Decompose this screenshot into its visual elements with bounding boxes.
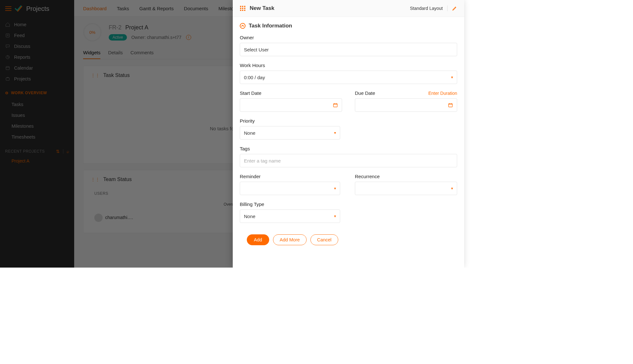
tags-text-field[interactable]: [244, 158, 453, 163]
priority-label: Priority: [240, 118, 457, 124]
tags-label: Tags: [240, 146, 457, 151]
new-task-panel: ▪▪▪▪▪▪▪▪▪ New Task Standard Layout Task …: [233, 0, 464, 268]
panel-footer: Add Add More Cancel: [240, 229, 457, 252]
reminder-select[interactable]: ▾: [240, 182, 340, 195]
due-date-input[interactable]: [355, 98, 457, 112]
owner-label: Owner: [240, 35, 457, 40]
layout-selector[interactable]: Standard Layout: [410, 6, 443, 11]
recurrence-select[interactable]: ▾: [355, 182, 457, 195]
apps-grid-icon[interactable]: ▪▪▪▪▪▪▪▪▪: [240, 5, 246, 11]
calendar-icon: [333, 102, 338, 108]
cancel-button[interactable]: Cancel: [310, 234, 338, 245]
tags-input[interactable]: [240, 154, 457, 167]
svg-rect-9: [333, 103, 337, 107]
edit-icon[interactable]: [452, 6, 457, 11]
owner-select[interactable]: Select User: [240, 43, 457, 56]
start-date-label: Start Date: [240, 90, 342, 96]
section-task-info[interactable]: Task Information: [240, 23, 457, 29]
separator: [447, 5, 448, 11]
reminder-label: Reminder: [240, 174, 342, 179]
work-hours-label: Work Hours: [240, 63, 457, 68]
add-more-button[interactable]: Add More: [273, 234, 307, 245]
chevron-down-icon: ▾: [334, 131, 336, 135]
billing-select[interactable]: None ▾: [240, 209, 340, 223]
chevron-down-icon: ▾: [334, 186, 336, 191]
panel-title: New Task: [250, 5, 274, 11]
panel-body: Task Information Owner Select User Work …: [233, 17, 464, 268]
chevron-down-icon: ▾: [334, 214, 336, 218]
add-button[interactable]: Add: [247, 234, 269, 245]
billing-label: Billing Type: [240, 201, 457, 207]
start-date-input[interactable]: [240, 98, 342, 112]
svg-rect-13: [449, 103, 452, 107]
priority-select[interactable]: None ▾: [240, 126, 340, 140]
work-hours-select[interactable]: 0:00 / day ▾: [240, 71, 457, 84]
calendar-icon: [448, 102, 453, 108]
chevron-up-icon: [240, 23, 246, 29]
recurrence-label: Recurrence: [355, 174, 457, 179]
chevron-down-icon: ▾: [451, 75, 453, 80]
due-date-label: Due Date: [355, 90, 375, 96]
enter-duration-link[interactable]: Enter Duration: [428, 91, 457, 96]
panel-header: ▪▪▪▪▪▪▪▪▪ New Task Standard Layout: [233, 0, 464, 17]
chevron-down-icon: ▾: [451, 186, 453, 191]
